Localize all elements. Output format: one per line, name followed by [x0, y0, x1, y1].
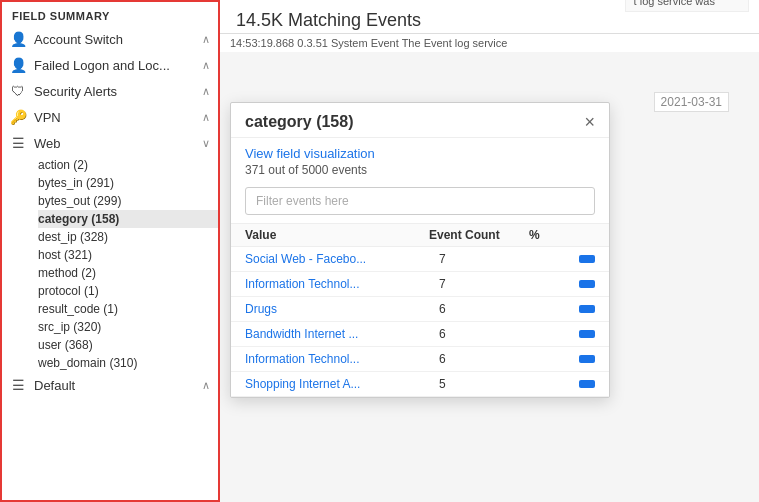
popup-filter-area [231, 181, 609, 223]
popup-title: category (158) [245, 113, 354, 131]
col-bar [579, 228, 595, 242]
row-value[interactable]: Information Technol... [245, 277, 429, 291]
bar-fill [579, 330, 595, 338]
security-alerts-icon: 🛡 [8, 83, 28, 99]
view-field-visualization-link[interactable]: View field visualization [245, 146, 375, 161]
account-switch-icon: 👤 [8, 31, 28, 47]
row-bar [579, 330, 595, 338]
popup-meta: View field visualization 371 out of 5000… [231, 138, 609, 181]
close-button[interactable]: × [584, 113, 595, 131]
row-bar [579, 380, 595, 388]
category-popup: category (158) × View field visualizatio… [230, 102, 610, 398]
row-bar [579, 355, 595, 363]
popup-header: category (158) × [231, 103, 609, 138]
sidebar-header: FIELD SUMMARY [2, 2, 218, 26]
sidebar-subitem-web-domain[interactable]: web_domain (310) [38, 354, 218, 372]
row-value[interactable]: Shopping Internet A... [245, 377, 429, 391]
popup-table-row: Drugs 6 [231, 297, 609, 322]
chevron-up-icon: ∧ [202, 111, 210, 124]
row-value[interactable]: Social Web - Facebo... [245, 252, 429, 266]
sidebar-item-label: Default [34, 378, 198, 393]
popup-table-row: Information Technol... 6 [231, 347, 609, 372]
sidebar-item-label: Web [34, 136, 198, 151]
row-value[interactable]: Bandwidth Internet ... [245, 327, 429, 341]
row-value[interactable]: Information Technol... [245, 352, 429, 366]
filter-input[interactable] [245, 187, 595, 215]
failed-logon-icon: 👤 [8, 57, 28, 73]
vpn-icon: 🔑 [8, 109, 28, 125]
bar-fill [579, 380, 595, 388]
sidebar-item-account-switch[interactable]: 👤 Account Switch ∧ [2, 26, 218, 52]
sidebar-item-failed-logon[interactable]: 👤 Failed Logon and Loc... ∧ [2, 52, 218, 78]
sidebar-subitem-dest-ip[interactable]: dest_ip (328) [38, 228, 218, 246]
sidebar-item-security-alerts[interactable]: 🛡 Security Alerts ∧ [2, 78, 218, 104]
web-icon: ☰ [8, 135, 28, 151]
web-sub-items: action (2) bytes_in (291) bytes_out (299… [2, 156, 218, 372]
bar-fill [579, 305, 595, 313]
sidebar: FIELD SUMMARY 👤 Account Switch ∧ 👤 Faile… [0, 0, 220, 502]
row-count: 7 [429, 277, 529, 291]
sidebar-item-default[interactable]: ☰ Default ∧ [2, 372, 218, 398]
background-log-1: 2.10 MSWinEventLog t log service was [625, 0, 749, 12]
popup-rows: Social Web - Facebo... 7 Information Tec… [231, 247, 609, 397]
sidebar-item-label: Failed Logon and Loc... [34, 58, 198, 73]
sidebar-item-label: Account Switch [34, 32, 198, 47]
row-value[interactable]: Drugs [245, 302, 429, 316]
sidebar-subitem-host[interactable]: host (321) [38, 246, 218, 264]
col-event-count: Event Count [429, 228, 529, 242]
bar-fill [579, 255, 595, 263]
row-count: 6 [429, 302, 529, 316]
sidebar-subitem-user[interactable]: user (368) [38, 336, 218, 354]
sidebar-item-web[interactable]: ☰ Web ∨ [2, 130, 218, 156]
chevron-down-icon: ∨ [202, 137, 210, 150]
sidebar-subitem-category[interactable]: category (158) [38, 210, 218, 228]
sidebar-subitem-src-ip[interactable]: src_ip (320) [38, 318, 218, 336]
row-count: 6 [429, 352, 529, 366]
background-log-2: 14:53:19.868 0.3.51 System Event The Eve… [220, 33, 759, 52]
sidebar-subitem-method[interactable]: method (2) [38, 264, 218, 282]
chevron-up-icon: ∧ [202, 33, 210, 46]
sidebar-subitem-result-code[interactable]: result_code (1) [38, 300, 218, 318]
popup-table-row: Shopping Internet A... 5 [231, 372, 609, 397]
page-title: 14.5K Matching Events [236, 10, 743, 31]
popup-table-row: Bandwidth Internet ... 6 [231, 322, 609, 347]
background-date: 2021-03-31 [654, 92, 729, 112]
col-value: Value [245, 228, 429, 242]
main-area: 14.5K Matching Events Dec.27th 2020, 13:… [220, 0, 759, 502]
row-bar [579, 305, 595, 313]
row-count: 7 [429, 252, 529, 266]
bar-fill [579, 280, 595, 288]
popup-table-row: Social Web - Facebo... 7 [231, 247, 609, 272]
log-line-2: t log service was [634, 0, 740, 7]
bar-fill [579, 355, 595, 363]
sidebar-item-label: VPN [34, 110, 198, 125]
chevron-up-icon: ∧ [202, 59, 210, 72]
sidebar-subitem-bytes-out[interactable]: bytes_out (299) [38, 192, 218, 210]
row-count: 5 [429, 377, 529, 391]
main-body: 2021-03-31 2.10 MSWinEventLog t log serv… [220, 52, 759, 72]
row-bar [579, 280, 595, 288]
chevron-up-icon: ∧ [202, 379, 210, 392]
chevron-up-icon: ∧ [202, 85, 210, 98]
sidebar-subitem-bytes-in[interactable]: bytes_in (291) [38, 174, 218, 192]
sidebar-item-vpn[interactable]: 🔑 VPN ∧ [2, 104, 218, 130]
col-pct: % [529, 228, 579, 242]
sidebar-subitem-protocol[interactable]: protocol (1) [38, 282, 218, 300]
event-count-text: 371 out of 5000 events [245, 163, 595, 177]
sidebar-subitem-action[interactable]: action (2) [38, 156, 218, 174]
popup-table-row: Information Technol... 7 [231, 272, 609, 297]
sidebar-item-label: Security Alerts [34, 84, 198, 99]
popup-table-header: Value Event Count % [231, 223, 609, 247]
row-bar [579, 255, 595, 263]
row-count: 6 [429, 327, 529, 341]
default-icon: ☰ [8, 377, 28, 393]
